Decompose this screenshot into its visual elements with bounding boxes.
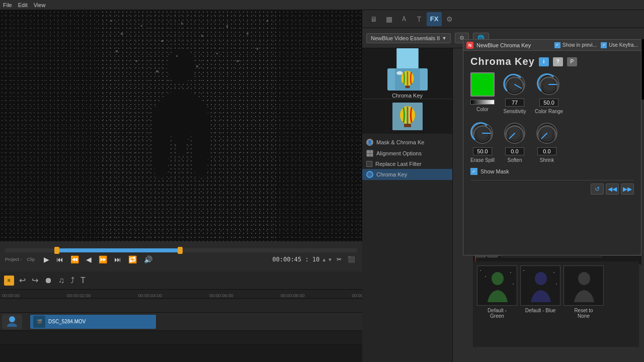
- ck-info-button[interactable]: i: [539, 57, 549, 66]
- timecode-up[interactable]: ▲: [321, 257, 327, 262]
- show-in-preview-checkbox[interactable]: ✓: [554, 42, 560, 48]
- chroma-key-titlebar[interactable]: N NewBlue Chroma Key ✓ Show in previ... …: [463, 40, 641, 51]
- menu-item-chroma-key[interactable]: Chroma Key: [362, 169, 452, 180]
- ck-controls-row1: Color Sensitivity: [470, 72, 634, 114]
- svg-rect-29: [405, 86, 410, 88]
- svg-rect-6: [161, 40, 164, 42]
- timeline-record[interactable]: ⏺: [43, 275, 53, 286]
- timeline-scrubber[interactable]: [5, 248, 357, 252]
- nav-icon-text[interactable]: Ａ: [396, 12, 412, 26]
- preset-default-blue[interactable]: Default - Blue: [520, 265, 560, 343]
- skip-end-button[interactable]: ⏭: [112, 254, 123, 264]
- svg-point-20: [9, 316, 15, 322]
- clip-name: DSC_5284.MOV: [48, 319, 86, 324]
- soften-label: Soften: [508, 157, 522, 163]
- svg-rect-25: [396, 48, 419, 68]
- color-control: Color: [470, 72, 495, 112]
- clip-label: Clip: [27, 257, 35, 262]
- show-mask-row[interactable]: ✓ Show Mask: [470, 168, 634, 175]
- nav-icon-monitor[interactable]: 🖥: [366, 12, 381, 26]
- fast-forward-button[interactable]: ⏩: [97, 254, 109, 264]
- timecode-controls: ▲ ▼: [321, 257, 333, 262]
- nav-icon-fx[interactable]: FX: [427, 12, 442, 26]
- video-clip[interactable]: 🎬 DSC_5284.MOV: [30, 315, 156, 329]
- grid-icon: [366, 150, 373, 157]
- use-keyframe-row[interactable]: ✓ Use Keyfra...: [601, 42, 638, 48]
- ck-next-btn[interactable]: ▶▶: [621, 184, 634, 195]
- preset-green-thumb: [477, 265, 517, 306]
- timeline-audio[interactable]: ♫: [57, 275, 65, 286]
- color-range-control: 50.0 Color Range: [535, 72, 563, 114]
- reverse-play-button[interactable]: ◀: [84, 254, 94, 264]
- sensitivity-knob[interactable]: [503, 72, 527, 97]
- timeline-text[interactable]: T: [79, 275, 87, 286]
- loop-button[interactable]: 🔁: [126, 254, 139, 264]
- menu-item-mask[interactable]: 👤 Mask & Chroma Ke: [362, 137, 452, 148]
- ck-prev-btn[interactable]: ◀◀: [606, 184, 619, 195]
- timeline-export[interactable]: ⤴: [69, 275, 75, 286]
- svg-rect-32: [404, 124, 411, 127]
- timecode-area: 00:00:45 : 10 ▲ ▼ ✂ ⬛: [272, 255, 357, 264]
- chroma-key-body: Chroma Key i ? P Color: [463, 51, 641, 255]
- nav-icon-settings[interactable]: ⚙: [442, 12, 457, 26]
- shrink-value: 0.0: [537, 147, 556, 155]
- fx-menu-items: 👤 Mask & Chroma Ke Alignment Options: [362, 134, 452, 362]
- svg-rect-67: [485, 276, 486, 277]
- menu-edit[interactable]: Edit: [18, 2, 28, 8]
- crop-button[interactable]: ✂: [335, 255, 344, 264]
- scrubber-handle-right[interactable]: [178, 247, 183, 254]
- replace-filter-checkbox[interactable]: [366, 161, 372, 167]
- ck-help-button[interactable]: ?: [553, 57, 563, 66]
- replace-last-filter-row[interactable]: Replace Last Filter: [362, 159, 452, 169]
- ruler-mark-4: 00:00:04:00: [138, 293, 163, 298]
- nav-icon-title[interactable]: T: [412, 12, 427, 26]
- menu-view[interactable]: View: [34, 2, 46, 8]
- soften-control: 0.0 Soften: [503, 121, 527, 163]
- shrink-knob[interactable]: [535, 121, 559, 145]
- menu-file[interactable]: File: [3, 2, 12, 8]
- ruler-mark-2: 00:00:02:00: [67, 293, 91, 298]
- erase-spill-knob[interactable]: [470, 121, 495, 145]
- volume-button[interactable]: 🔊: [142, 254, 154, 264]
- svg-rect-9: [226, 25, 228, 28]
- use-keyframe-checkbox[interactable]: ✓: [601, 42, 607, 48]
- ruler-mark-6: 00:00:06:00: [209, 293, 233, 298]
- fx-left-panel: Chroma Key: [362, 48, 453, 362]
- svg-rect-4: [121, 33, 123, 35]
- color-label: Color: [476, 107, 489, 112]
- audio-track: [0, 331, 362, 345]
- svg-point-76: [578, 272, 590, 285]
- plugin-select[interactable]: NewBlue Video Essentials II ▼: [366, 33, 451, 43]
- menu-item-alignment[interactable]: Alignment Options: [362, 148, 452, 159]
- timecode-down[interactable]: ▼: [328, 257, 333, 262]
- preset-default-green[interactable]: Default -Green: [477, 265, 517, 343]
- ck-preset-button[interactable]: P: [567, 57, 577, 66]
- erase-spill-label: Erase Spill: [470, 157, 495, 163]
- timeline-redo[interactable]: ↪: [31, 275, 39, 286]
- snapshot-button[interactable]: ⬛: [346, 255, 357, 264]
- svg-point-27: [396, 71, 403, 75]
- sensitivity-control: Sensitivity: [503, 72, 527, 114]
- color-range-knob[interactable]: [537, 72, 561, 97]
- sensitivity-value[interactable]: [505, 99, 524, 107]
- timeline-undo[interactable]: ↩: [18, 275, 27, 286]
- chroma-key-thumbnail[interactable]: Chroma Key: [362, 48, 452, 99]
- scrubber-handle-left[interactable]: [54, 247, 59, 254]
- ruler-mark-8: 00:00:08:00: [281, 293, 305, 298]
- timeline-area: ≡ ↩ ↪ ⏺ ♫ ⤴ T 00:00:00 00:00:02:00 00:00…: [0, 272, 362, 362]
- nav-icon-grid[interactable]: ▦: [381, 12, 396, 26]
- rewind-button[interactable]: ⏪: [68, 254, 81, 264]
- ck-reset-btn[interactable]: ↺: [591, 184, 604, 195]
- svg-rect-18: [236, 60, 239, 62]
- color-swatch[interactable]: [470, 72, 495, 97]
- soften-knob[interactable]: [503, 121, 527, 145]
- scrubber-fill: [58, 248, 181, 252]
- svg-rect-72: [523, 270, 524, 271]
- transport-controls: Project - Clip ▶ ⏮ ⏪ ◀ ⏩ ⏭ 🔁 🔊 00:00:45 …: [0, 254, 362, 264]
- fx-second-thumbnail[interactable]: [362, 99, 452, 134]
- show-mask-checkbox[interactable]: ✓: [470, 168, 477, 175]
- play-button[interactable]: ▶: [42, 254, 51, 264]
- preset-reset-none[interactable]: Reset toNone: [564, 265, 604, 343]
- show-in-preview-row[interactable]: ✓ Show in previ...: [554, 42, 597, 48]
- skip-start-button[interactable]: ⏮: [54, 254, 65, 264]
